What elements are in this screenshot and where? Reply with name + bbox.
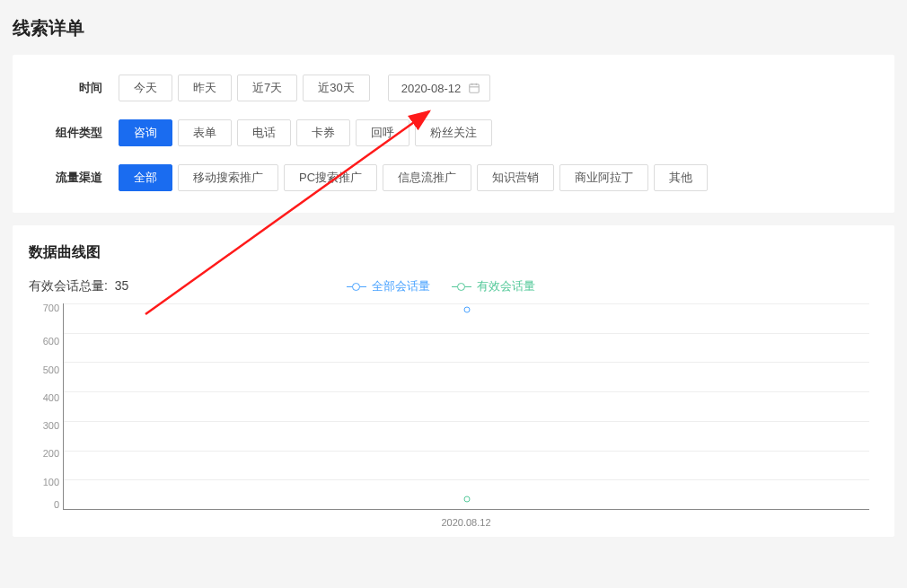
opt-time-today[interactable]: 今天 xyxy=(119,75,172,101)
opt-ch-pc[interactable]: PC搜索推广 xyxy=(284,164,377,191)
opt-time-7d[interactable]: 近7天 xyxy=(237,75,297,101)
opt-ch-knowledge[interactable]: 知识营销 xyxy=(477,164,554,191)
legend-all[interactable]: 全部会话量 xyxy=(347,278,430,294)
filters-panel: 时间 今天 昨天 近7天 近30天 2020-08-12 xyxy=(13,55,894,213)
data-point xyxy=(463,496,470,502)
y-tick: 300 xyxy=(29,421,59,431)
opt-ch-mobile[interactable]: 移动搜索推广 xyxy=(178,164,278,191)
legend-marker-all xyxy=(347,282,366,291)
opt-comp-form[interactable]: 表单 xyxy=(178,119,232,146)
chart-title: 数据曲线图 xyxy=(29,243,878,262)
date-picker[interactable]: 2020-08-12 xyxy=(388,75,491,101)
filter-row-channel: 流量渠道 全部 移动搜索推广 PC搜索推广 信息流推广 知识营销 商业阿拉丁 其… xyxy=(38,164,869,191)
y-tick: 700 xyxy=(29,303,59,313)
summary-value: 35 xyxy=(115,278,129,293)
date-value: 2020-08-12 xyxy=(401,82,462,95)
gridline xyxy=(64,479,869,480)
gridline xyxy=(64,391,869,392)
chart-panel: 数据曲线图 有效会话总量: 35 全部会话量 有效会话量 70060050040… xyxy=(13,225,894,537)
filter-row-component: 组件类型 咨询 表单 电话 卡券 回呼 粉丝关注 xyxy=(38,119,869,146)
legend-label-all: 全部会话量 xyxy=(372,278,430,294)
opt-comp-consult[interactable]: 咨询 xyxy=(119,119,172,146)
opt-comp-card[interactable]: 卡券 xyxy=(296,119,350,146)
summary: 有效会话总量: 35 xyxy=(29,278,128,294)
data-point xyxy=(463,306,470,312)
legend-valid[interactable]: 有效会话量 xyxy=(452,278,535,294)
gridline xyxy=(64,421,869,422)
opt-ch-aladdin[interactable]: 商业阿拉丁 xyxy=(559,164,648,191)
chart-area: 7006005004003002001000 2020.08.12 xyxy=(63,303,869,528)
gridline xyxy=(64,303,869,304)
y-axis: 7006005004003002001000 xyxy=(29,303,59,510)
plot xyxy=(63,303,869,510)
y-tick: 600 xyxy=(29,337,59,347)
calendar-icon xyxy=(468,82,480,94)
y-tick: 100 xyxy=(29,477,59,487)
opt-time-30d[interactable]: 近30天 xyxy=(303,75,369,101)
svg-rect-0 xyxy=(470,84,480,92)
legend-label-valid: 有效会话量 xyxy=(477,278,535,294)
page-title: 线索详单 xyxy=(13,16,894,40)
filter-label-component: 组件类型 xyxy=(38,125,102,141)
filter-row-time: 时间 今天 昨天 近7天 近30天 2020-08-12 xyxy=(38,75,869,101)
y-tick: 400 xyxy=(29,392,59,402)
legend: 全部会话量 有效会话量 xyxy=(347,278,535,294)
summary-label: 有效会话总量: xyxy=(29,278,108,293)
gridline xyxy=(64,333,869,334)
opt-time-yesterday[interactable]: 昨天 xyxy=(178,75,232,101)
filter-label-channel: 流量渠道 xyxy=(38,170,102,186)
opt-ch-feed[interactable]: 信息流推广 xyxy=(383,164,471,191)
y-tick: 200 xyxy=(29,449,59,459)
opt-comp-callback[interactable]: 回呼 xyxy=(356,119,409,146)
opt-comp-phone[interactable]: 电话 xyxy=(237,119,291,146)
legend-marker-valid xyxy=(452,282,471,291)
opt-ch-other[interactable]: 其他 xyxy=(654,164,708,191)
filter-label-time: 时间 xyxy=(38,80,102,96)
opt-ch-all[interactable]: 全部 xyxy=(119,164,172,191)
y-tick: 500 xyxy=(29,364,59,374)
x-tick-0: 2020.08.12 xyxy=(441,517,490,528)
y-tick: 0 xyxy=(29,500,59,510)
gridline xyxy=(64,362,869,363)
opt-comp-follow[interactable]: 粉丝关注 xyxy=(415,119,492,146)
gridline xyxy=(64,451,869,452)
